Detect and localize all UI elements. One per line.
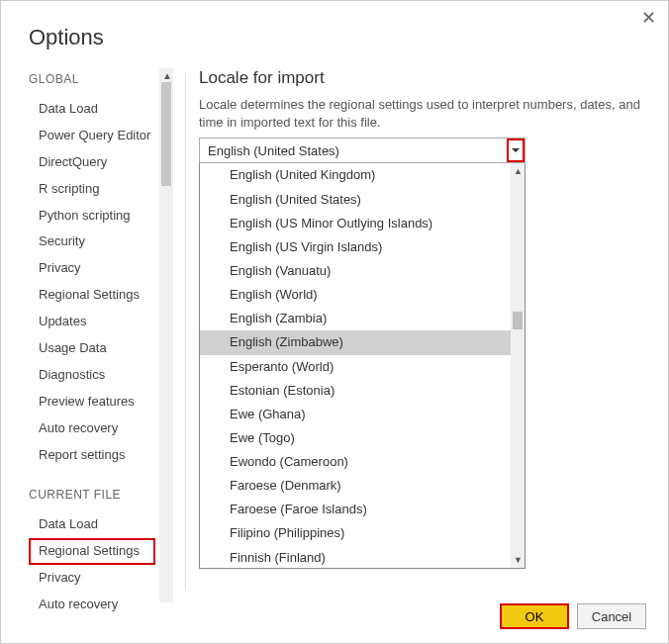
sidebar-item-security[interactable]: Security <box>29 229 173 255</box>
locale-option[interactable]: English (US Virgin Islands) <box>200 235 511 259</box>
scrollbar-thumb[interactable] <box>161 82 171 186</box>
sidebar-scrollbar[interactable]: ▲ <box>159 68 173 602</box>
locale-option[interactable]: English (United Kingdom) <box>200 163 511 187</box>
scrollbar-thumb[interactable] <box>513 312 523 329</box>
cancel-button[interactable]: Cancel <box>577 603 646 629</box>
sidebar-item-auto-recovery[interactable]: Auto recovery <box>29 592 173 618</box>
close-icon[interactable]: ✕ <box>641 9 656 27</box>
locale-option[interactable]: English (US Minor Outlying Islands) <box>200 212 511 235</box>
locale-option[interactable]: Esperanto (World) <box>200 355 511 379</box>
sidebar-item-preview-features[interactable]: Preview features <box>29 389 173 415</box>
main-panel: Locale for import Locale determines the … <box>173 68 668 602</box>
sidebar-item-updates[interactable]: Updates <box>29 309 173 335</box>
sidebar-item-r-scripting[interactable]: R scripting <box>29 176 173 203</box>
sidebar-item-auto-recovery[interactable]: Auto recovery <box>29 415 173 442</box>
chevron-up-icon[interactable]: ▲ <box>514 166 523 176</box>
locale-option[interactable]: Faroese (Faroe Islands) <box>200 498 511 521</box>
section-description: Locale determines the regional settings … <box>199 96 646 132</box>
chevron-down-icon <box>512 148 520 152</box>
sidebar-item-python-scripting[interactable]: Python scripting <box>29 203 173 230</box>
sidebar: GLOBAL Data LoadPower Query EditorDirect… <box>1 68 173 602</box>
divider <box>185 74 186 589</box>
locale-option[interactable]: Faroese (Denmark) <box>200 474 511 498</box>
dropdown-scrollbar[interactable]: ▲ ▼ <box>511 163 525 568</box>
page-title: Options <box>1 1 668 50</box>
locale-option[interactable]: Filipino (Philippines) <box>200 521 511 545</box>
sidebar-item-power-query-editor[interactable]: Power Query Editor <box>29 123 173 149</box>
locale-option[interactable]: Finnish (Finland) <box>200 546 511 569</box>
locale-option[interactable]: Ewondo (Cameroon) <box>200 450 511 474</box>
sidebar-item-usage-data[interactable]: Usage Data <box>29 335 173 362</box>
locale-option[interactable]: English (Zambia) <box>200 307 511 330</box>
locale-option[interactable]: English (United States) <box>200 188 511 212</box>
locale-dropdown[interactable]: English (United Kingdom)English (United … <box>199 163 526 569</box>
sidebar-item-regional-settings[interactable]: Regional Settings <box>29 282 173 309</box>
locale-option[interactable]: Estonian (Estonia) <box>200 379 511 403</box>
sidebar-item-regional-settings[interactable]: Regional Settings <box>29 538 155 565</box>
sidebar-item-diagnostics[interactable]: Diagnostics <box>29 362 173 389</box>
locale-option[interactable]: Ewe (Togo) <box>200 426 511 450</box>
sidebar-section-global: GLOBAL <box>29 72 173 86</box>
dropdown-toggle[interactable] <box>507 138 525 162</box>
dialog-footer: OK Cancel <box>500 603 646 629</box>
locale-combobox[interactable]: English (United States) <box>199 138 526 163</box>
locale-option[interactable]: Ewe (Ghana) <box>200 403 511 426</box>
sidebar-item-privacy[interactable]: Privacy <box>29 255 173 282</box>
sidebar-item-privacy[interactable]: Privacy <box>29 565 173 592</box>
sidebar-section-current-file: CURRENT FILE <box>29 488 173 502</box>
chevron-down-icon[interactable]: ▼ <box>514 555 523 565</box>
locale-selected-value: English (United States) <box>200 143 507 158</box>
locale-option[interactable]: English (Zimbabwe) <box>200 330 511 354</box>
sidebar-item-directquery[interactable]: DirectQuery <box>29 149 173 176</box>
section-heading: Locale for import <box>199 68 646 88</box>
ok-button[interactable]: OK <box>500 603 569 629</box>
sidebar-item-report-settings[interactable]: Report settings <box>29 442 173 469</box>
chevron-up-icon[interactable]: ▲ <box>162 70 172 81</box>
locale-option[interactable]: English (World) <box>200 283 511 307</box>
sidebar-item-data-load[interactable]: Data Load <box>29 511 173 538</box>
locale-option[interactable]: English (Vanuatu) <box>200 259 511 283</box>
sidebar-item-data-load[interactable]: Data Load <box>29 96 173 123</box>
